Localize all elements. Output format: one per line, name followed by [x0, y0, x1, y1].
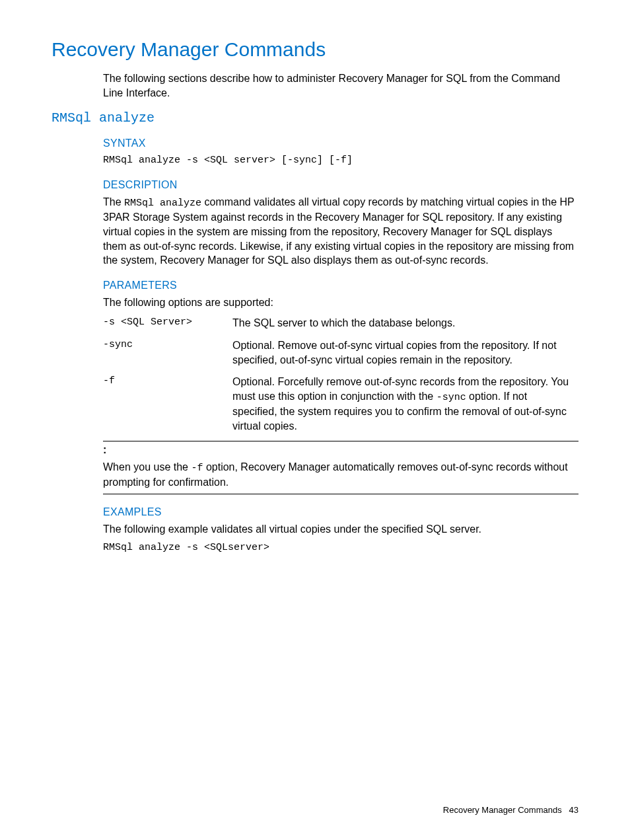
page-intro: The following sections describe how to a… [103, 71, 578, 100]
page-footer: Recovery Manager Commands 43 [443, 805, 578, 815]
table-row: -s <SQL Server> The SQL server to which … [103, 313, 578, 336]
syntax-heading: SYNTAX [103, 137, 578, 149]
param-desc: Optional. Forcefully remove out-of-sync … [232, 372, 578, 439]
param-desc: The SQL server to which the database bel… [232, 313, 578, 336]
command-heading: RMSql analyze [52, 110, 578, 126]
note-pre: When you use the [103, 461, 191, 473]
parameters-heading: PARAMETERS [103, 280, 578, 291]
footer-page-number: 43 [569, 805, 578, 815]
footer-label: Recovery Manager Commands [443, 805, 562, 815]
description-heading: DESCRIPTION [103, 179, 578, 191]
examples-code: RMSql analyze -s <SQLserver> [103, 541, 578, 554]
param-desc-code: -sync [437, 392, 466, 403]
document-page: Recovery Manager Commands The following … [0, 0, 630, 554]
param-opt: -s <SQL Server> [103, 313, 232, 336]
description-text: The RMSql analyze command validates all … [103, 195, 578, 268]
page-title: Recovery Manager Commands [52, 38, 578, 61]
examples-section: EXAMPLES The following example validates… [103, 506, 578, 554]
examples-heading: EXAMPLES [103, 506, 578, 518]
param-desc: Optional. Remove out-of-sync virtual cop… [232, 336, 578, 372]
parameters-table: -s <SQL Server> The SQL server to which … [103, 313, 578, 439]
divider [103, 494, 578, 494]
divider [103, 441, 578, 441]
parameters-intro: The following options are supported: [103, 295, 578, 310]
param-opt: -sync [103, 336, 232, 372]
description-section: DESCRIPTION The RMSql analyze command va… [103, 179, 578, 268]
note-code: -f [191, 463, 203, 474]
note-colon: : [103, 444, 578, 456]
param-opt: -f [103, 372, 232, 439]
examples-intro: The following example validates all virt… [103, 522, 578, 537]
syntax-code: RMSql analyze -s <SQL server> [-sync] [-… [103, 153, 578, 167]
table-row: -sync Optional. Remove out-of-sync virtu… [103, 336, 578, 372]
desc-cmd: RMSql analyze [124, 198, 201, 209]
table-row: -f Optional. Forcefully remove out-of-sy… [103, 372, 578, 439]
parameters-section: PARAMETERS The following options are sup… [103, 280, 578, 494]
desc-pre: The [103, 196, 124, 208]
syntax-section: SYNTAX RMSql analyze -s <SQL server> [-s… [103, 137, 578, 167]
note-text: When you use the -f option, Recovery Man… [103, 460, 578, 490]
